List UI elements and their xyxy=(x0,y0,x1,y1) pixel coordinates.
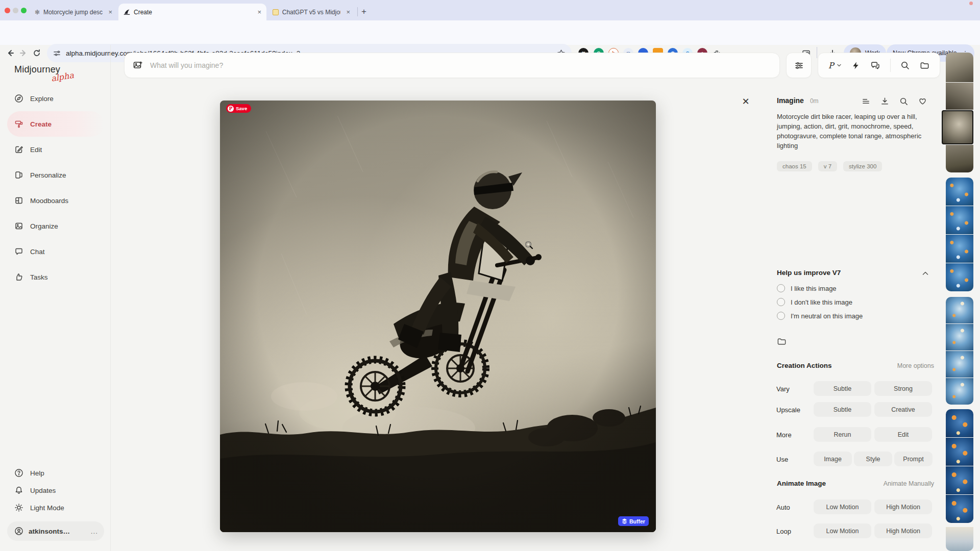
thumbnail-kaleido-3[interactable] xyxy=(946,466,973,494)
vary-subtle-button[interactable]: Subtle xyxy=(814,381,871,396)
reload-button[interactable] xyxy=(31,47,43,59)
download-icon[interactable] xyxy=(880,97,889,106)
lightning-icon[interactable] xyxy=(851,61,860,70)
sidebar-item-create[interactable]: Create xyxy=(7,111,104,137)
sidebar-item-explore[interactable]: Explore xyxy=(7,86,104,111)
back-button[interactable] xyxy=(4,47,16,59)
thumbnail-crystal-3[interactable] xyxy=(946,351,973,378)
sidebar-item-label: Moodboards xyxy=(30,197,68,205)
auto-high-motion-button[interactable]: High Motion xyxy=(874,499,932,514)
rerun-button[interactable]: Rerun xyxy=(814,427,871,442)
radio-icon[interactable] xyxy=(777,312,785,320)
account-button[interactable]: atkinsonts… ... xyxy=(7,521,104,541)
radio-icon[interactable] xyxy=(777,298,785,306)
use-style-button[interactable]: Style xyxy=(854,452,892,466)
tab-close-icon[interactable]: × xyxy=(257,8,261,16)
collapse-chevron-up-icon[interactable] xyxy=(922,270,929,277)
personalization-dropdown[interactable]: P xyxy=(828,61,842,70)
settings-pill[interactable] xyxy=(786,53,812,78)
thumbnail-crystal-4[interactable] xyxy=(946,378,973,405)
sidebar-item-personalize[interactable]: Personalize xyxy=(7,162,104,188)
forward-button[interactable] xyxy=(17,47,30,59)
generated-image[interactable] xyxy=(220,101,656,532)
thumbnail-kaleido-1[interactable] xyxy=(946,409,973,437)
macos-minimize-button[interactable] xyxy=(13,8,18,13)
sidebar-item-organize[interactable]: Organize xyxy=(7,213,104,239)
thumbnail-motorcycle-3-selected[interactable] xyxy=(942,110,973,144)
sidebar-item-light-mode[interactable]: Light Mode xyxy=(7,499,104,516)
pinterest-save-button[interactable]: P Save xyxy=(226,104,251,113)
sidebar-item-updates[interactable]: Updates xyxy=(7,482,104,499)
tab-close-icon[interactable]: × xyxy=(346,8,350,16)
thumbnail-crystal-1[interactable] xyxy=(946,297,973,323)
upscale-subtle-button[interactable]: Subtle xyxy=(814,402,871,417)
use-image-button[interactable]: Image xyxy=(814,452,852,466)
browser-tab-1[interactable]: ✻ Motorcycle jump description × xyxy=(30,4,117,20)
thumbnail-crystal-2[interactable] xyxy=(946,324,973,350)
animate-manually-link[interactable]: Animate Manually xyxy=(884,480,934,487)
job-thumbnails-kaleidoscope-1 xyxy=(946,178,973,291)
thumbnail-kaleido-2[interactable] xyxy=(946,438,973,466)
account-menu-icon[interactable]: ... xyxy=(91,528,98,535)
prompt-input[interactable] xyxy=(149,61,771,70)
sidebar-item-chat[interactable]: Chat xyxy=(7,239,104,264)
chip-chaos[interactable]: chaos 15 xyxy=(777,161,812,171)
add-to-folder-icon[interactable] xyxy=(777,337,787,346)
site-settings-icon[interactable] xyxy=(53,49,61,57)
thumbnail-light-1[interactable] xyxy=(946,527,973,551)
use-prompt-button[interactable]: Prompt xyxy=(894,452,933,466)
vary-strong-button[interactable]: Strong xyxy=(874,381,932,396)
edit-button[interactable]: Edit xyxy=(874,427,932,442)
prompt-text[interactable]: Motorcycle dirt bike racer, leaping up o… xyxy=(777,112,928,151)
thumbnail-kaleido-4[interactable] xyxy=(946,495,973,523)
buffer-icon xyxy=(622,518,627,524)
feedback-option-neutral[interactable]: I'm neutral on this image xyxy=(777,312,863,320)
sidebar-item-tasks[interactable]: Tasks xyxy=(7,264,104,290)
search-similar-icon[interactable] xyxy=(899,97,908,106)
browser-tab-3[interactable]: ChatGPT v5 vs Midjourney v × xyxy=(267,4,355,20)
job-thumbnails-motorcycle xyxy=(946,53,973,172)
upscale-creative-button[interactable]: Creative xyxy=(874,402,932,417)
thumbnail-motorcycle-4[interactable] xyxy=(946,145,973,172)
thumbnail-motorcycle-2[interactable] xyxy=(946,83,973,110)
chip-version[interactable]: v 7 xyxy=(818,161,837,171)
job-header-actions xyxy=(862,97,927,106)
chip-stylize[interactable]: stylize 300 xyxy=(843,161,882,171)
tab-close-icon[interactable]: × xyxy=(108,8,112,16)
sliders-icon[interactable] xyxy=(794,61,804,70)
sidebar-item-label: Personalize xyxy=(30,171,66,179)
image-icon xyxy=(14,221,23,231)
thumbnail-blue-3[interactable] xyxy=(946,235,973,263)
folder-icon[interactable] xyxy=(920,61,929,70)
thumbnail-blue-2[interactable] xyxy=(946,206,973,234)
macos-zoom-button[interactable] xyxy=(21,8,27,13)
radio-icon[interactable] xyxy=(777,284,785,292)
buffer-share-button[interactable]: Buffer xyxy=(618,516,649,526)
image-add-icon[interactable] xyxy=(133,60,143,70)
thumbnail-motorcycle-1[interactable] xyxy=(946,53,973,82)
sidebar-item-moodboards[interactable]: Moodboards xyxy=(7,188,104,213)
chat-bubbles-icon[interactable] xyxy=(870,61,880,70)
browser-tab-2-active[interactable]: Create × xyxy=(118,4,266,20)
thumbnail-blue-4[interactable] xyxy=(946,263,973,291)
loop-high-motion-button[interactable]: High Motion xyxy=(874,523,932,538)
tab-label: ChatGPT v5 vs Midjourney v xyxy=(282,9,341,16)
feedback-option-like[interactable]: I like this image xyxy=(777,284,837,292)
new-tab-button[interactable]: + xyxy=(361,7,366,17)
sidebar-item-edit[interactable]: Edit xyxy=(7,137,104,162)
more-options-link[interactable]: More options xyxy=(897,362,934,369)
auto-low-motion-button[interactable]: Low Motion xyxy=(814,499,871,514)
sidebar-item-help[interactable]: Help xyxy=(7,464,104,482)
paint-roller-icon xyxy=(14,119,23,129)
thumbnail-blue-1[interactable] xyxy=(946,178,973,206)
prompt-details-icon[interactable] xyxy=(862,97,870,106)
loop-low-motion-button[interactable]: Low Motion xyxy=(814,523,871,538)
chat-bubble-icon xyxy=(14,247,23,256)
close-viewer-button[interactable]: ✕ xyxy=(739,95,752,108)
feedback-option-dislike[interactable]: I don't like this image xyxy=(777,298,852,306)
imagine-bar[interactable] xyxy=(124,53,780,78)
like-heart-icon[interactable] xyxy=(918,97,927,106)
search-icon[interactable] xyxy=(900,61,910,70)
tab-label: Create xyxy=(134,9,152,16)
macos-close-button[interactable] xyxy=(5,8,10,13)
